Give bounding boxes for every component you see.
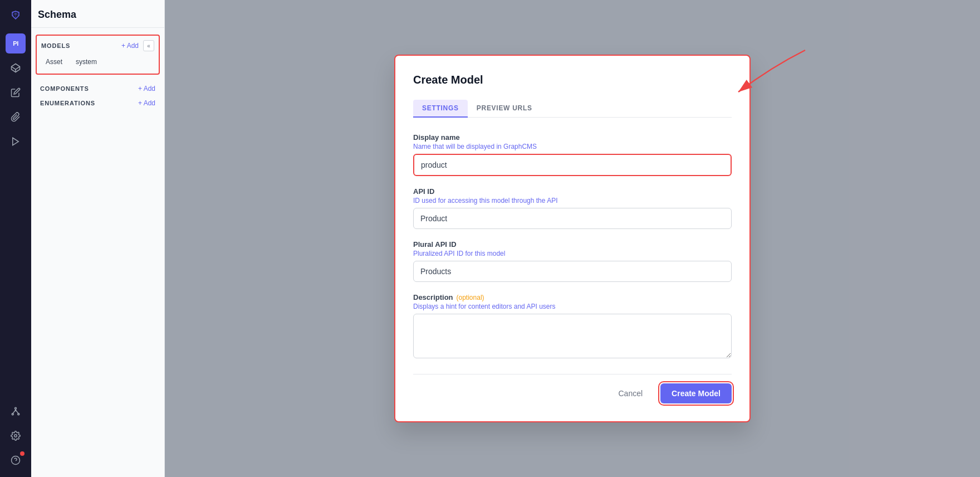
api-id-label: API ID (413, 187, 732, 196)
enumerations-add-button[interactable]: + Add (138, 99, 155, 107)
plural-api-id-label: Plural API ID (413, 240, 732, 249)
description-label: Description (413, 293, 453, 301)
paperclip-icon[interactable] (6, 107, 26, 127)
components-add-button[interactable]: + Add (138, 85, 155, 93)
plural-api-id-input[interactable] (413, 261, 732, 282)
play-icon[interactable] (6, 132, 26, 152)
api-id-group: API ID ID used for accessing this model … (413, 187, 732, 229)
create-model-modal: Create Model SETTINGS PREVIEW URLS Displ… (394, 55, 751, 422)
svg-point-7 (14, 435, 17, 437)
description-input[interactable] (413, 314, 732, 358)
page-title: Schema (38, 9, 76, 21)
pi-badge-icon[interactable]: PI (6, 33, 26, 53)
display-name-group: Display name Name that will be displayed… (413, 133, 732, 176)
models-add-button[interactable]: + Add (121, 42, 139, 50)
main-content: Create Model SETTINGS PREVIEW URLS Displ… (165, 0, 980, 477)
edit-icon[interactable] (6, 82, 26, 103)
display-name-label: Display name (413, 133, 732, 142)
modal-overlay: Create Model SETTINGS PREVIEW URLS Displ… (165, 0, 980, 477)
enumerations-section: ENUMERATIONS + Add (31, 96, 164, 110)
description-sublabel: Displays a hint for content editors and … (413, 303, 732, 310)
api-id-sublabel: ID used for accessing this model through… (413, 197, 732, 205)
api-id-input[interactable] (413, 208, 732, 229)
plural-api-id-group: Plural API ID Pluralized API ID for this… (413, 240, 732, 282)
components-section: COMPONENTS + Add (31, 81, 164, 96)
plural-api-id-sublabel: Pluralized API ID for this model (413, 250, 732, 257)
modal-footer: Cancel Create Model (413, 374, 732, 403)
modal-title: Create Model (413, 74, 732, 86)
webhook-icon[interactable] (6, 401, 26, 421)
tab-preview-urls[interactable]: PREVIEW URLS (468, 100, 541, 118)
description-optional: (optional) (457, 294, 484, 301)
modal-tabs: SETTINGS PREVIEW URLS (413, 100, 732, 118)
sidebar: PI (0, 0, 31, 477)
app-logo[interactable] (7, 7, 24, 25)
collapse-button[interactable]: « (143, 40, 154, 51)
display-name-input[interactable] (413, 154, 732, 176)
settings-icon[interactable] (6, 426, 26, 446)
layers-icon[interactable] (6, 58, 26, 78)
display-name-sublabel: Name that will be displayed in GraphCMS (413, 143, 732, 150)
svg-point-4 (15, 407, 17, 409)
create-model-button[interactable]: Create Model (660, 383, 732, 403)
annotation-arrow (727, 45, 816, 100)
asset-tag[interactable]: Asset (41, 57, 67, 67)
models-section: MODELS + Add « Asset system (36, 35, 160, 75)
models-label: MODELS (41, 42, 70, 49)
description-group: Description (optional) Displays a hint f… (413, 293, 732, 361)
tab-settings[interactable]: SETTINGS (413, 100, 468, 118)
enumerations-label: ENUMERATIONS (40, 100, 95, 106)
system-tag[interactable]: system (71, 57, 101, 67)
svg-marker-3 (13, 138, 19, 145)
components-label: COMPONENTS (40, 85, 89, 92)
help-icon[interactable] (6, 450, 26, 470)
left-panel: Schema MODELS + Add « Asset system COMPO… (31, 0, 165, 477)
cancel-button[interactable]: Cancel (609, 384, 651, 402)
